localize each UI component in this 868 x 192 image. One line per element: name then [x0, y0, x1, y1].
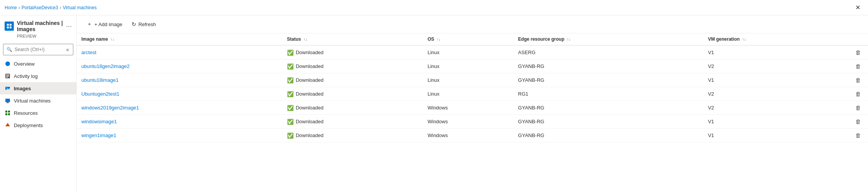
table-body: arctest✅DownloadedLinuxASERGV1🗑ubuntu18g… [77, 45, 868, 142]
table-row: Ubuntugen2test1✅DownloadedLinuxRG1V2🗑 [77, 87, 868, 101]
sidebar-item-overview[interactable]: Overview [0, 58, 76, 70]
overview-icon [5, 61, 11, 67]
sidebar-item-deployments-label: Deployments [14, 122, 43, 128]
svg-rect-1 [10, 24, 12, 26]
cell-status: ✅Downloaded [282, 115, 423, 129]
svg-point-4 [5, 61, 10, 66]
sidebar-item-virtual-machines[interactable]: Virtual machines [0, 94, 76, 107]
cell-status: ✅Downloaded [282, 73, 423, 87]
table-row: wingen1image1✅DownloadedWindowsGYANB-RGV… [77, 129, 868, 142]
breadcrumb-home[interactable]: Home [5, 5, 17, 10]
sort-status-icon: ↑↓ [304, 37, 307, 41]
sort-erg-icon: ↑↓ [567, 37, 571, 41]
status-text: Downloaded [296, 63, 323, 69]
collapse-button[interactable]: « [65, 46, 70, 53]
cell-action: 🗑 [848, 87, 868, 101]
col-image-name[interactable]: Image name ↑↓ [77, 33, 282, 45]
deployments-icon [5, 122, 11, 128]
status-text: Downloaded [296, 105, 323, 111]
delete-button[interactable]: 🗑 [853, 90, 863, 98]
cell-action: 🗑 [848, 129, 868, 142]
vm-icon [5, 98, 11, 104]
cell-action: 🗑 [848, 115, 868, 129]
cell-os: Linux [423, 87, 513, 101]
search-input[interactable] [15, 47, 63, 52]
svg-rect-17 [5, 113, 7, 115]
image-name-link[interactable]: ubuntu18image1 [81, 77, 119, 83]
images-table: Image name ↑↓ Status ↑↓ OS ↑↓ Edge res [77, 33, 868, 142]
table-container: Image name ↑↓ Status ↑↓ OS ↑↓ Edge res [77, 33, 868, 192]
sidebar-header: Virtual machines | Images ··· [0, 15, 76, 34]
image-name-link[interactable]: windows2019gen2image1 [81, 105, 139, 111]
cell-status: ✅Downloaded [282, 45, 423, 60]
sidebar-item-deployments[interactable]: Deployments [0, 119, 76, 131]
status-ok-icon: ✅ [287, 132, 294, 139]
status-ok-icon: ✅ [287, 91, 294, 97]
refresh-icon: ↻ [132, 21, 136, 27]
main-container: Virtual machines | Images ··· PREVIEW 🔍 … [0, 15, 868, 192]
cell-image-name: windowsimage1 [77, 115, 282, 129]
cell-vm-generation: V1 [703, 115, 848, 129]
cell-image-name: ubuntu18gen2image2 [77, 60, 282, 73]
status-ok-icon: ✅ [287, 63, 294, 70]
table-row: ubuntu18gen2image2✅DownloadedLinuxGYANB-… [77, 60, 868, 73]
search-icon: 🔍 [7, 47, 12, 52]
status-text: Downloaded [296, 77, 323, 83]
delete-button[interactable]: 🗑 [853, 76, 863, 84]
cell-action: 🗑 [848, 45, 868, 60]
sidebar-ellipsis[interactable]: ··· [66, 22, 72, 30]
delete-button[interactable]: 🗑 [853, 118, 863, 126]
cell-edge-resource-group: ASERG [513, 45, 703, 60]
image-name-link[interactable]: windowsimage1 [81, 119, 117, 124]
cell-action: 🗑 [848, 101, 868, 115]
table-row: windows2019gen2image1✅DownloadedWindowsG… [77, 101, 868, 115]
image-name-link[interactable]: ubuntu18gen2image2 [81, 63, 130, 69]
cell-vm-generation: V2 [703, 60, 848, 73]
status-text: Downloaded [296, 91, 323, 97]
col-os[interactable]: OS ↑↓ [423, 33, 513, 45]
col-edge-resource-group[interactable]: Edge resource group ↑↓ [513, 33, 703, 45]
delete-button[interactable]: 🗑 [853, 131, 863, 139]
table-row: windowsimage1✅DownloadedWindowsGYANB-RGV… [77, 115, 868, 129]
breadcrumb-vms[interactable]: Virtual machines [63, 5, 97, 10]
cell-edge-resource-group: RG1 [513, 87, 703, 101]
status-text: Downloaded [296, 132, 323, 138]
col-status[interactable]: Status ↑↓ [282, 33, 423, 45]
delete-button[interactable]: 🗑 [853, 62, 863, 70]
delete-button[interactable]: 🗑 [853, 48, 863, 56]
image-name-link[interactable]: arctest [81, 50, 96, 55]
cell-edge-resource-group: GYANB-RG [513, 60, 703, 73]
sidebar-item-activity-log-label: Activity log [14, 73, 38, 79]
svg-rect-2 [7, 26, 9, 28]
cell-status: ✅Downloaded [282, 101, 423, 115]
sidebar-title: Virtual machines | Images [17, 20, 63, 32]
svg-marker-19 [5, 123, 10, 126]
cell-os: Linux [423, 73, 513, 87]
top-bar: Home › PortalAseDevice3 › Virtual machin… [0, 0, 868, 15]
add-image-button[interactable]: ＋ + Add image [83, 18, 126, 30]
sidebar-item-resources[interactable]: Resources [0, 107, 76, 119]
search-box[interactable]: 🔍 « [3, 44, 73, 55]
delete-button[interactable]: 🗑 [853, 104, 863, 112]
svg-rect-13 [7, 102, 8, 103]
cell-os: Linux [423, 60, 513, 73]
sidebar-item-activity-log[interactable]: Activity log [0, 70, 76, 82]
add-image-label: + Add image [94, 22, 122, 27]
image-name-link[interactable]: wingen1image1 [81, 132, 116, 138]
image-name-link[interactable]: Ubuntugen2test1 [81, 91, 119, 97]
close-button[interactable]: ✕ [852, 2, 863, 13]
cell-edge-resource-group: GYANB-RG [513, 129, 703, 142]
svg-rect-15 [5, 111, 7, 113]
toolbar: ＋ + Add image ↻ Refresh [77, 15, 868, 33]
sidebar-item-images-label: Images [14, 86, 31, 91]
svg-rect-16 [8, 111, 10, 113]
refresh-button[interactable]: ↻ Refresh [128, 19, 160, 30]
status-ok-icon: ✅ [287, 119, 294, 125]
cell-vm-generation: V1 [703, 45, 848, 60]
add-icon: ＋ [87, 21, 92, 28]
cell-vm-generation: V1 [703, 73, 848, 87]
col-vm-generation[interactable]: VM generation ↑↓ [703, 33, 848, 45]
svg-point-10 [7, 88, 7, 88]
sidebar-item-images[interactable]: Images [0, 82, 76, 94]
breadcrumb-device[interactable]: PortalAseDevice3 [21, 5, 58, 10]
